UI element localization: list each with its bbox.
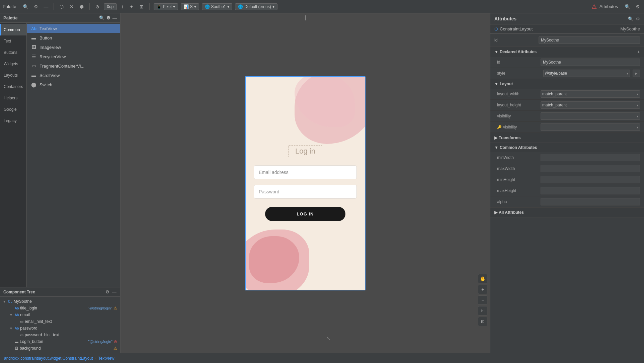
sidebar-item-text[interactable]: Text xyxy=(0,35,26,47)
palette-item-imageview[interactable]: 🖼 ImageView xyxy=(27,42,120,52)
declared-add-icon[interactable]: + xyxy=(637,49,640,55)
zoom-add-btn[interactable]: + xyxy=(478,285,487,294)
alpha-key: alpha xyxy=(497,199,541,204)
titlelogin-icon: Ab xyxy=(15,306,19,310)
transforms-section-header[interactable]: ▶ Transforms xyxy=(490,133,644,143)
breadcrumb-textview[interactable]: TextView xyxy=(98,356,114,361)
palette-header-search-icon[interactable]: 🔍 xyxy=(99,15,104,20)
tree-item-title-login[interactable]: Ab title_login "@string/login" ⚠ xyxy=(0,305,120,311)
maxheight-input[interactable] xyxy=(541,187,640,194)
transforms-chevron-icon: ▶ xyxy=(494,135,497,140)
layout-width-dropdown[interactable]: match_parent ▾ xyxy=(541,90,640,98)
attr-search-icon[interactable]: 🔍 xyxy=(628,16,633,21)
zoom-minus-btn[interactable]: − xyxy=(478,295,487,305)
visibility-dropdown-1[interactable]: ▾ xyxy=(541,112,640,120)
blueprint-view-btn[interactable]: ✕ xyxy=(68,3,75,10)
minheight-input[interactable] xyxy=(541,176,640,183)
pan-tool-btn[interactable]: ✋ xyxy=(478,274,487,283)
tree-item-password[interactable]: ▼ Ab password xyxy=(0,325,120,332)
sidebar-item-helpers[interactable]: Helpers xyxy=(0,92,26,104)
tree-settings-icon[interactable]: ⚙ xyxy=(105,289,109,294)
sidebar-item-buttons[interactable]: Buttons xyxy=(0,47,26,58)
cl-id-label: MySoothe xyxy=(620,26,640,31)
device-pill[interactable]: 📱 Pixel ▾ xyxy=(154,3,178,10)
tree-item-email[interactable]: ▼ Ab email xyxy=(0,311,120,318)
tree-header-icons: ⚙ — xyxy=(105,289,116,294)
declared-section-header[interactable]: ▼ Declared Attributes + xyxy=(490,47,644,57)
visibility-dropdown-2[interactable]: ▾ xyxy=(541,123,640,131)
design-view-btn[interactable]: ⬡ xyxy=(58,3,65,10)
palette-search-icon[interactable]: 🔍 xyxy=(21,3,30,10)
tree-item-mysoothe[interactable]: ▼ CL MySoothe xyxy=(0,298,120,305)
sidebar-item-legacy[interactable]: Legacy xyxy=(0,115,26,126)
palette-item-textview[interactable]: Ab TextView xyxy=(27,24,120,33)
zoom-value: 0dp xyxy=(107,4,113,9)
path-btn[interactable]: ⌇ xyxy=(119,3,125,10)
all-attributes-section: ▶ All Attributes xyxy=(490,208,644,217)
visibility-arrow-2-icon: ▾ xyxy=(637,125,638,129)
layout-section-header[interactable]: ▼ Layout xyxy=(490,79,644,89)
maxwidth-input[interactable] xyxy=(541,165,640,172)
breadcrumb-separator: › xyxy=(95,356,96,361)
layout-chevron-icon: ▼ xyxy=(494,82,498,86)
transforms-section-title: ▶ Transforms xyxy=(494,135,520,140)
maxheight-value xyxy=(541,187,640,194)
declared-style-dropdown[interactable]: @style/base ▾ xyxy=(543,70,630,77)
locale-pill[interactable]: 🌐 Default (en-us) ▾ xyxy=(235,3,277,10)
palette-settings-icon[interactable]: ⚙ xyxy=(32,3,39,10)
layout-height-dropdown[interactable]: match_parent ▾ xyxy=(541,101,640,109)
api-pill[interactable]: 📊 S ▾ xyxy=(181,3,199,10)
tree-item-email-hint[interactable]: ▭ email_hint_text xyxy=(0,318,120,325)
declared-id-key: id xyxy=(497,60,541,65)
palette-header-minimize-icon[interactable]: — xyxy=(112,15,117,20)
tree-item-background[interactable]: 🖼 background ⚠ xyxy=(0,345,120,352)
sidebar-item-common[interactable]: Common xyxy=(0,24,26,35)
magic-btn[interactable]: ✦ xyxy=(128,3,135,10)
attr-title: Attributes xyxy=(494,16,516,21)
mysoothe-label: MySoothe xyxy=(14,299,117,304)
breadcrumb-constraintlayout[interactable]: androidx.constraintlayout.widget.Constra… xyxy=(4,356,93,361)
switch-label: Switch xyxy=(39,82,52,87)
attributes-settings-icon[interactable]: ⚙ xyxy=(634,3,641,10)
palette-header-settings-icon[interactable]: ⚙ xyxy=(106,15,110,20)
palette-item-scrollview[interactable]: ▬ ScrollView xyxy=(27,71,120,80)
common-section-header[interactable]: ▼ Common Attributes xyxy=(490,143,644,152)
zoom-fit-btn[interactable]: ⊡ xyxy=(478,317,487,326)
constraint-layout-row: ⬡ ConstraintLayout MySoothe xyxy=(490,24,644,34)
palette-item-switch[interactable]: ⬤ Switch xyxy=(27,80,120,89)
sidebar-item-containers[interactable]: Containers xyxy=(0,81,26,92)
zoom-pill[interactable]: 0dp xyxy=(104,3,116,10)
declared-id-input[interactable] xyxy=(541,59,640,66)
button-icon: ▬ xyxy=(31,35,37,40)
password-input-preview: Password xyxy=(254,185,357,199)
background-label: background xyxy=(20,346,112,351)
device-frame: Log in Email address Password LOG IN xyxy=(245,76,366,290)
tree-item-password-hint[interactable]: ▭ password_hint_text xyxy=(0,332,120,338)
theme-pill[interactable]: 🌐 Soothe1 ▾ xyxy=(202,3,233,10)
no-device-btn[interactable]: ⊘ xyxy=(94,3,101,10)
all-section-header[interactable]: ▶ All Attributes xyxy=(490,208,644,217)
email-expand-icon: ▼ xyxy=(9,313,13,317)
zoom-1to1-btn[interactable]: 1:1 xyxy=(478,306,487,315)
sidebar-item-google[interactable]: Google xyxy=(0,104,26,115)
palette-item-recyclerview[interactable]: ☰ RecyclerView xyxy=(27,52,120,61)
layout-width-text: match_parent xyxy=(542,92,567,96)
split-view-btn[interactable]: ⬢ xyxy=(78,3,85,10)
resize-handle[interactable]: ⤡ xyxy=(327,336,331,341)
palette-minimize-icon[interactable]: — xyxy=(42,3,50,10)
sidebar-item-widgets[interactable]: Widgets xyxy=(0,58,26,70)
sidebar-item-layouts[interactable]: Layouts xyxy=(0,70,26,81)
alpha-row: alpha xyxy=(490,196,644,207)
error-icon[interactable]: ⚠ xyxy=(591,3,597,10)
style-more-btn[interactable]: ▶ xyxy=(633,70,640,77)
alpha-input[interactable] xyxy=(541,198,640,205)
tree-item-login-button[interactable]: ▬ LogIn_button "@string/login" ⊘ xyxy=(0,338,120,345)
tree-minimize-icon[interactable]: — xyxy=(112,289,116,294)
attr-settings-icon[interactable]: ⚙ xyxy=(636,16,640,21)
align-btn[interactable]: ⊞ xyxy=(138,3,145,10)
attributes-search-icon[interactable]: 🔍 xyxy=(623,3,632,10)
palette-item-fragmentcontainer[interactable]: ▭ FragmentContainerVi... xyxy=(27,61,120,71)
minwidth-input[interactable] xyxy=(541,154,640,161)
attr-id-input[interactable] xyxy=(539,36,640,44)
palette-item-button[interactable]: ▬ Button xyxy=(27,33,120,42)
